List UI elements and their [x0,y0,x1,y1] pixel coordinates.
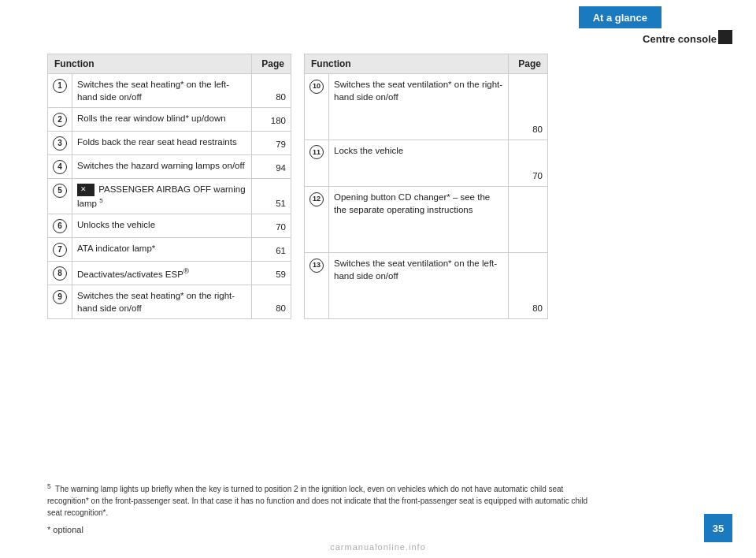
row-number: 6 [48,214,72,238]
row-function: Switches the seat ventilation* on the le… [329,253,509,319]
row-page: 180 [252,108,291,132]
table-row: 6 Unlocks the vehicle 70 [48,214,291,238]
row-function: Opening button CD changer* – see the the… [329,187,509,253]
right-page-header: Page [509,54,548,74]
right-function-header: Function [305,54,509,74]
row-page: 70 [509,140,548,186]
table-row: 12 Opening button CD changer* – see the … [305,187,548,253]
row-number: 3 [48,132,72,155]
left-function-header: Function [48,54,252,74]
row-function: Switches the hazard warning lamps on/off [72,155,252,179]
row-function: Folds back the rear seat head restraints [72,132,252,155]
row-number: 7 [48,238,72,262]
row-number: 10 [305,74,329,140]
footnote-text: The warning lamp lights up briefly when … [47,485,587,517]
table-row: 1 Switches the seat heating* on the left… [48,74,291,108]
table-row: 4 Switches the hazard warning lamps on/o… [48,155,291,179]
row-page: 61 [252,238,291,262]
row-function: Switches the seat heating* on the left-h… [72,74,252,108]
row-number: 8 [48,262,72,285]
table-row: 2 Rolls the rear window blind* up/down 1… [48,108,291,132]
subsection-label: Centre console [643,33,717,45]
row-function: PASSENGER AIRBAG OFF warning lamp 5 [72,179,252,214]
row-page: 51 [252,179,291,214]
row-page: 80 [509,74,548,140]
row-number: 4 [48,155,72,179]
airbag-icon [77,184,94,196]
row-page: 79 [252,132,291,155]
row-page: 80 [252,74,291,108]
row-number: 5 [48,179,72,214]
optional-label: * optional [47,525,83,534]
row-number: 1 [48,74,72,108]
row-function: Unlocks the vehicle [72,214,252,238]
section-marker [718,30,732,44]
tables-row: Function Page 1 Switches the seat heatin… [47,54,709,319]
row-function: Rolls the rear window blind* up/down [72,108,252,132]
row-page: 80 [509,253,548,319]
row-number: 9 [48,285,72,319]
row-function: Locks the vehicle [329,140,509,186]
row-page: 59 [252,262,291,285]
row-function: Deactivates/activates ESP® [72,262,252,285]
row-page: 80 [252,285,291,319]
row-page: 94 [252,155,291,179]
row-page [509,187,548,253]
footnote-number: 5 [47,485,53,493]
table-row: 11 Locks the vehicle 70 [305,140,548,186]
row-function: Switches the seat heating* on the right-… [72,285,252,319]
table-row: 8 Deactivates/activates ESP® 59 [48,262,291,285]
table-row: 10 Switches the seat ventilation* on the… [305,74,548,140]
row-number: 11 [305,140,329,186]
section-label: At a glance [579,6,662,28]
page-number: 35 [704,514,732,542]
table-row: 9 Switches the seat heating* on the righ… [48,285,291,319]
row-number: 2 [48,108,72,132]
table-row: 5 PASSENGER AIRBAG OFF warning lamp 5 51 [48,179,291,214]
table-row: 3 Folds back the rear seat head restrain… [48,132,291,155]
row-function: Switches the seat ventilation* on the ri… [329,74,509,140]
row-number: 13 [305,253,329,319]
main-content: Function Page 1 Switches the seat heatin… [47,54,709,319]
table-row: 7 ATA indicator lamp* 61 [48,238,291,262]
row-number: 12 [305,187,329,253]
row-page: 70 [252,214,291,238]
left-page-header: Page [252,54,291,74]
watermark: carmanualonline.info [330,542,426,552]
header: At a glance Centre console [0,0,756,28]
row-function: ATA indicator lamp* [72,238,252,262]
right-table: Function Page 10 Switches the seat venti… [304,54,548,319]
left-table: Function Page 1 Switches the seat heatin… [47,54,291,319]
footnote: 5 The warning lamp lights up briefly whe… [47,482,598,519]
table-row: 13 Switches the seat ventilation* on the… [305,253,548,319]
